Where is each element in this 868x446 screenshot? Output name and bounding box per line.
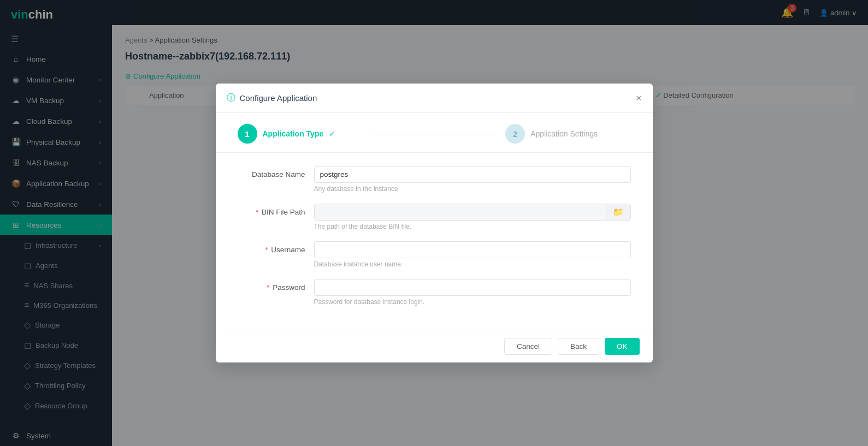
username-label: * Username (238, 241, 314, 254)
modal-title: ⓘ Configure Application (227, 92, 317, 104)
bin-path-field: 📁 The path of the database BIN file. (314, 204, 631, 230)
step-1: 1 Application Type ✓ (238, 124, 363, 144)
step-2: 2 Application Settings (505, 124, 630, 144)
required-marker: * (267, 283, 269, 292)
bin-path-hint: The path of the database BIN file. (314, 223, 631, 230)
modal-header: ⓘ Configure Application × (216, 84, 653, 113)
cancel-button[interactable]: Cancel (504, 338, 552, 355)
required-marker: * (265, 246, 268, 254)
bin-path-label: * BIN File Path (238, 204, 314, 216)
db-name-hint: Any database in the instance (314, 185, 631, 193)
password-hint: Password for database instance login. (314, 298, 631, 306)
bin-path-input[interactable] (315, 204, 606, 220)
step-1-circle: 1 (238, 124, 257, 144)
db-name-field: Any database in the instance (314, 166, 631, 193)
step-divider (371, 134, 497, 134)
required-marker: * (256, 208, 258, 216)
step-1-num: 1 (245, 129, 249, 139)
form-row-username: * Username Database instance user name. (238, 241, 631, 268)
db-name-label: Database Name (238, 166, 314, 179)
steps-bar: 1 Application Type ✓ 2 Application Setti… (216, 113, 653, 153)
step-2-label: Application Settings (530, 129, 598, 138)
step-1-check-icon: ✓ (329, 129, 335, 138)
modal-body: Database Name Any database in the instan… (216, 153, 653, 330)
step-1-label: Application Type (263, 129, 324, 138)
bin-path-input-wrapper: 📁 (314, 204, 631, 221)
modal-title-text: Configure Application (240, 93, 317, 103)
password-field: Password for database instance login. (314, 279, 631, 306)
form-row-password: * Password Password for database instanc… (238, 279, 631, 306)
info-circle-icon: ⓘ (227, 92, 235, 104)
modal-close-button[interactable]: × (636, 93, 642, 103)
bin-path-browse-button[interactable]: 📁 (606, 204, 630, 220)
ok-button[interactable]: OK (605, 338, 640, 355)
step-2-num: 2 (513, 129, 517, 139)
configure-app-modal: ⓘ Configure Application × 1 Application … (216, 84, 653, 362)
step-2-circle: 2 (505, 124, 525, 144)
bin-path-label-text: BIN File Path (262, 208, 305, 216)
username-hint: Database instance user name. (314, 260, 631, 268)
username-field: Database instance user name. (314, 241, 631, 268)
password-label-text: Password (273, 283, 305, 292)
modal-overlay: ⓘ Configure Application × 1 Application … (0, 0, 868, 446)
username-input[interactable] (314, 241, 631, 258)
form-row-bin-path: * BIN File Path 📁 The path of the databa… (238, 204, 631, 230)
username-label-text: Username (271, 246, 305, 254)
back-button[interactable]: Back (558, 338, 599, 355)
db-name-input[interactable] (314, 166, 631, 183)
form-row-db-name: Database Name Any database in the instan… (238, 166, 631, 193)
password-input[interactable] (314, 279, 631, 296)
password-label: * Password (238, 279, 314, 292)
modal-footer: Cancel Back OK (216, 330, 653, 362)
